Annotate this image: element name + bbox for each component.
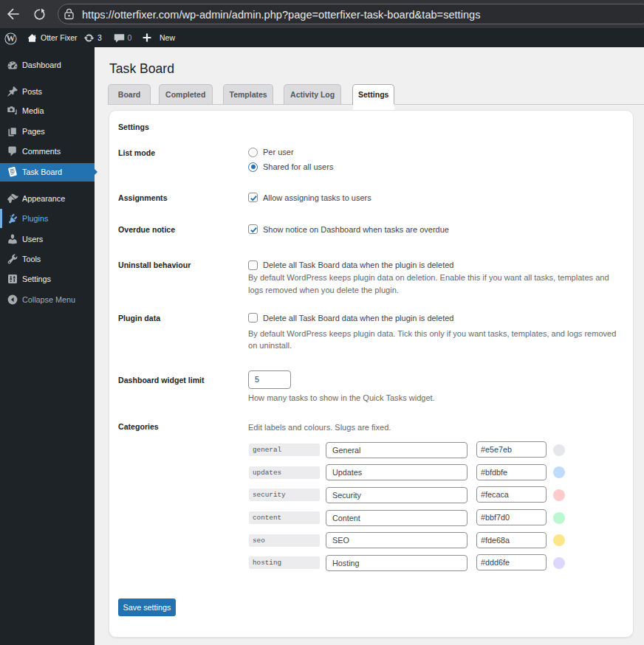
svg-text:W: W — [7, 33, 16, 44]
